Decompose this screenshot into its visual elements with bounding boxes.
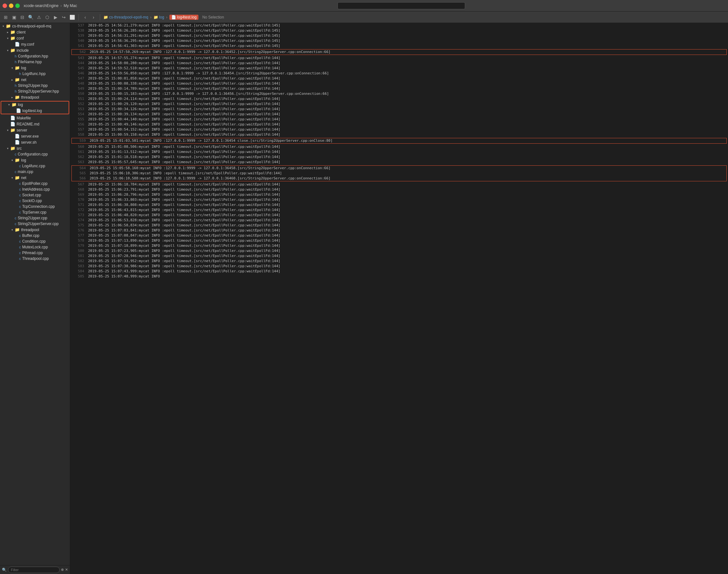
log-line: 5692019-05-25 15:06:28,796:mycat INFO :e… (70, 192, 728, 197)
line-text: 2019-05-25 15:00:14,789:mycat INFO :epol… (88, 86, 280, 91)
sidebar-item-cs-threadpool-epoll-mq[interactable]: ▾📁cs-threadpool-epoll-mq (0, 23, 70, 29)
sidebar-item-server-exe[interactable]: 📄server.exe (0, 133, 70, 139)
filter-clear-icon[interactable]: ✕ (65, 568, 68, 572)
sidebar-item-TcpServer-cpp[interactable]: cTcpServer.cpp (0, 209, 70, 215)
sidebar-item-my-conf[interactable]: 📄my.conf (0, 41, 70, 47)
sidebar-item-String2UpperServer-cpp[interactable]: cString2UpperServer.cpp (0, 221, 70, 227)
line-text: 2019-05-25 15:06:28,796:mycat INFO :epol… (88, 192, 280, 197)
sidebar-item-Makefile[interactable]: 📄Makefile (0, 115, 70, 121)
sidebar-item-log-src[interactable]: ▾📁log (0, 157, 70, 163)
forward-icon[interactable]: › (90, 14, 97, 20)
sidebar-item-Configuration-cpp[interactable]: cConfiguration.cpp (0, 151, 70, 157)
folder-icon: 📁 (15, 175, 20, 180)
log-line: 5842019-05-25 15:07:43,999:mycat INFO :e… (70, 269, 728, 274)
window-controls[interactable] (3, 3, 20, 8)
sidebar-item-threadpool-src[interactable]: ▾📁threadpool (0, 227, 70, 233)
sidebar-item-conf[interactable]: ▾📁conf (0, 35, 70, 41)
hpp-icon: h (15, 54, 16, 58)
sidebar-item-log-folder[interactable]: ▾📁log (1, 101, 69, 108)
hpp-icon: h (15, 84, 16, 87)
panel-icon[interactable]: ⬜ (69, 14, 75, 20)
sidebar-item-Pthread-cpp[interactable]: cPthread.cpp (0, 250, 70, 256)
sidebar-item-String2UpperServer-hpp[interactable]: hString2UpperServer.hpp (0, 88, 70, 94)
sidebar-item-Log4func-cpp[interactable]: cLog4func.cpp (0, 163, 70, 169)
step-icon[interactable]: ↪ (61, 14, 67, 20)
line-number: 559 (74, 138, 86, 144)
line-text: 2019-05-25 15:07:03,841:mycat INFO :epol… (88, 228, 280, 233)
tree-arrow-open: ▾ (6, 128, 10, 132)
sidebar-item-InetAddress-cpp[interactable]: cInetAddress.cpp (0, 187, 70, 192)
bc-folder[interactable]: 📁 cs-threadpool-epoll-mq (103, 15, 148, 19)
cpp-icon: c (19, 245, 21, 249)
sidebar-item-FileName-hpp[interactable]: hFileName.hpp (0, 59, 70, 65)
tree-arrow-none (10, 54, 14, 58)
warning-icon[interactable]: ⚠ (36, 14, 42, 20)
sidebar-item-SockIO-cpp[interactable]: cSockIO.cpp (0, 198, 70, 204)
sidebar-item-server[interactable]: ▾📁server (0, 127, 70, 133)
sidebar-item-Condition-cpp[interactable]: cCondition.cpp (0, 239, 70, 244)
sidebar-item-include[interactable]: ▾📁include (0, 47, 70, 53)
cpp-icon: c (19, 251, 21, 255)
run-icon[interactable]: ▶ (52, 14, 59, 20)
sidebar-item-String2Upper-cpp[interactable]: cString2Upper.cpp (0, 215, 70, 221)
line-number: 558 (73, 132, 84, 137)
minimize-button[interactable] (9, 3, 13, 8)
sidebar-item-log4test-log[interactable]: 📄log4test.log (1, 108, 69, 114)
sidebar-item-String2Upper-hpp[interactable]: hString2Upper.hpp (0, 83, 70, 88)
line-text: 2019-05-25 15:00:44,140:mycat INFO :epol… (88, 117, 280, 122)
sidebar-item-README-md[interactable]: 📄README.md (0, 121, 70, 127)
sidebar-item-server-sh[interactable]: 📄server.sh (0, 139, 70, 145)
bc-log[interactable]: 📁 log (153, 15, 164, 19)
log-line: 5432019-05-25 14:57:55,274:mycat INFO :e… (70, 55, 728, 60)
sidebar-item-Threadpool-cpp[interactable]: cThreadpool.cpp (0, 256, 70, 261)
back-icon[interactable]: ‹ (82, 14, 88, 20)
sidebar-item-log-include[interactable]: ▾📁log (0, 65, 70, 71)
log-viewer[interactable]: 5372019-05-25 14:56:21,279:mycat INFO :e… (70, 23, 728, 574)
layout-icon[interactable]: ▣ (11, 14, 17, 20)
sidebar-item-main-cpp[interactable]: cmain.cpp (0, 169, 70, 175)
log-line: 5642019-05-25 15:05:58,160:mycat INFO :1… (72, 166, 726, 171)
sidebar-item-net[interactable]: ▸📁net (0, 77, 70, 83)
line-number: 539 (73, 33, 84, 38)
search-icon[interactable]: 🔍 (28, 14, 34, 20)
sidebar-item-EpollPoller-cpp[interactable]: cEpollPoller.cpp (0, 181, 70, 187)
close-button[interactable] (3, 3, 7, 8)
debug-icon[interactable]: ⬡ (44, 14, 50, 20)
tree-arrow-none (11, 109, 15, 113)
folder-icon: 📁 (10, 30, 15, 35)
grid-icon[interactable]: ⊞ (3, 14, 9, 20)
view-icon[interactable]: ⊟ (19, 14, 26, 20)
log-line: 5792019-05-25 15:07:18,899:mycat INFO :e… (70, 243, 728, 248)
hpp-icon: h (15, 60, 16, 64)
sidebar-item-client[interactable]: ▸📁client (0, 29, 70, 35)
sidebar-item-Buffer-cpp[interactable]: cBuffer.cpp (0, 233, 70, 239)
sidebar-item-Socket-cpp[interactable]: cSocket.cpp (0, 192, 70, 198)
filter-input[interactable] (8, 567, 60, 573)
log-line: 5372019-05-25 14:56:21,279:mycat INFO :e… (70, 23, 728, 28)
titlebar-searchbar[interactable] (337, 2, 465, 9)
log-line: 5392019-05-25 14:56:31,291:mycat INFO :e… (70, 33, 728, 38)
line-text: 2019-05-25 14:57:50,269:mycat INFO :127.… (90, 49, 330, 54)
tree-arrow-none (15, 164, 18, 168)
tree-label: InetAddress.cpp (22, 187, 50, 192)
tree-arrow-none (10, 152, 14, 156)
line-text: 2019-05-25 15:07:28,946:mycat INFO :epol… (88, 253, 280, 258)
log-line: 5612019-05-25 15:01:13,512:mycat INFO :e… (70, 150, 728, 155)
tree-label: log (18, 102, 23, 107)
folder-icon: 📁 (15, 77, 20, 82)
bc-file[interactable]: 📄 log4test.log (169, 15, 198, 20)
sidebar-item-threadpool[interactable]: ▸📁threadpool (0, 94, 70, 100)
sidebar-item-TcpConnection-cpp[interactable]: cTcpConnection.cpp (0, 204, 70, 209)
tree-label: Log4func.cpp (22, 164, 45, 168)
sidebar-item-net-src[interactable]: ▾📁net (0, 175, 70, 181)
toolbar-sep-2 (100, 14, 100, 20)
folder-icon: 📁 (6, 24, 11, 29)
titlebar: xcode-searchEngine › My Mac (0, 0, 728, 11)
file-icon: 📄 (10, 116, 15, 120)
sidebar-item-src[interactable]: ▾📁src (0, 145, 70, 151)
maximize-button[interactable] (15, 3, 20, 8)
tree-label: SockIO.cpp (22, 199, 42, 203)
sidebar-item-Log4func-hpp[interactable]: hLog4func.hpp (0, 71, 70, 77)
sidebar-item-Configuration-hpp[interactable]: hConfiguration.hpp (0, 53, 70, 59)
sidebar-item-MutexLock-cpp[interactable]: cMutexLock.cpp (0, 244, 70, 250)
